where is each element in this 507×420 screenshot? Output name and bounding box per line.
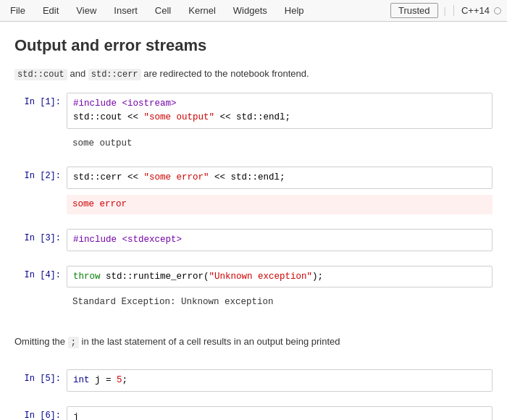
prose-and: and [70, 68, 88, 79]
cell-3-line-1: #include <stdexcept> [73, 233, 486, 247]
output-1: some output [14, 135, 493, 153]
prose-2: Omitting the ; in the last statement of … [14, 335, 493, 349]
output-1-label [14, 135, 67, 139]
prose-intro: std::cout and std::cerr are redirected t… [14, 67, 493, 81]
output-2-label [14, 195, 67, 199]
page-title: Output and error streams [14, 36, 493, 55]
menu-edit[interactable]: Edit [38, 4, 63, 17]
cell-4-line-1: throw std::runtime_error("Unknown except… [73, 270, 486, 284]
cell-5-line-1: int j = 5; [73, 374, 486, 387]
menu-insert[interactable]: Insert [109, 4, 142, 17]
prose-end: are redirected to the notebook frontend. [143, 68, 309, 79]
prose-code-cerr: std::cerr [88, 69, 141, 80]
cell-2-line-1: std::cerr << "some error" << std::endl; [73, 171, 486, 185]
prose-semicolon: ; [68, 337, 79, 348]
main-content: Output and error streams std::cout and s… [0, 22, 507, 420]
cell-1-line-2: std::cout << "some output" << std::endl; [73, 111, 486, 125]
cell-3-label: In [3]: [14, 229, 67, 243]
cell-2-label: In [2]: [14, 167, 67, 181]
cell-2-input[interactable]: std::cerr << "some error" << std::endl; [67, 167, 493, 189]
cell-4-input[interactable]: throw std::runtime_error("Unknown except… [67, 266, 493, 288]
menu-file[interactable]: File [6, 4, 30, 17]
cell-6-label: In [6]: [14, 406, 67, 420]
cell-1-line-1: #include <iostream> [73, 97, 486, 111]
kernel-info: C++14 [453, 5, 490, 16]
prose-code-cout: std::cout [14, 69, 67, 80]
menu-items: File Edit View Insert Cell Kernel Widget… [6, 4, 390, 17]
menubar: File Edit View Insert Cell Kernel Widget… [0, 0, 507, 22]
output-4-label [14, 293, 67, 298]
kernel-status-icon [494, 7, 501, 14]
cell-5-label: In [5]: [14, 369, 67, 384]
cell-4-label: In [4]: [14, 266, 67, 280]
menu-cell[interactable]: Cell [151, 4, 175, 17]
cell-1: In [1]: #include <iostream> std::cout <<… [14, 93, 493, 129]
cell-1-label: In [1]: [14, 93, 67, 107]
menu-view[interactable]: View [72, 4, 101, 17]
cell-5-input[interactable]: int j = 5; [67, 369, 493, 392]
output-4-text: Standard Exception: Unknown exception [67, 293, 493, 311]
trusted-button[interactable]: Trusted [390, 3, 438, 18]
menu-help[interactable]: Help [280, 4, 309, 17]
cell-1-input[interactable]: #include <iostream> std::cout << "some o… [67, 93, 493, 129]
output-2: some error [14, 195, 493, 214]
menu-kernel[interactable]: Kernel [184, 4, 220, 17]
cell-4: In [4]: throw std::runtime_error("Unknow… [14, 266, 493, 288]
cell-5: In [5]: int j = 5; [14, 369, 493, 392]
menu-widgets[interactable]: Widgets [229, 4, 272, 17]
cell-6-input[interactable]: j [67, 406, 493, 420]
output-2-text: some error [67, 195, 493, 214]
cell-3-input[interactable]: #include <stdexcept> [67, 229, 493, 251]
output-4: Standard Exception: Unknown exception [14, 293, 493, 311]
cell-2: In [2]: std::cerr << "some error" << std… [14, 167, 493, 189]
cell-6: In [6]: j [14, 406, 493, 420]
output-1-text: some output [67, 135, 493, 153]
cell-6-line-1: j [73, 411, 486, 420]
cell-3: In [3]: #include <stdexcept> [14, 229, 493, 251]
